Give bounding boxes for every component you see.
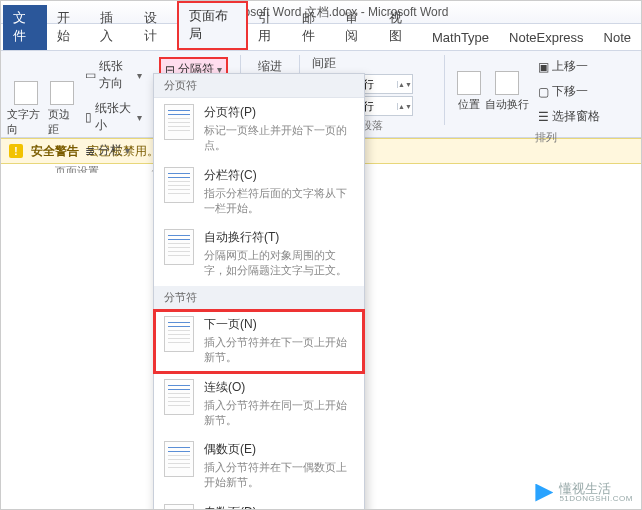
spinner-arrows-icon[interactable]: ▲▼ <box>397 103 412 110</box>
columns-icon: ≣ <box>85 144 95 158</box>
menu-item-odd-page[interactable]: 奇数页(D)插入分节符并在下一奇数页上开始新节。 <box>154 498 364 510</box>
breaks-dropdown-menu: 分页符 分页符(P)标记一页终止并开始下一页的点。 分栏符(C)指示分栏符后面的… <box>153 73 365 510</box>
wrap-icon <box>495 71 519 95</box>
spacing-label: 间距 <box>312 55 336 72</box>
menu-item-even-page[interactable]: 偶数页(E)插入分节符并在下一偶数页上开始新节。 <box>154 435 364 498</box>
orientation-icon: ▭ <box>85 68 96 82</box>
tab-mailings[interactable]: 邮件 <box>292 5 336 50</box>
send-backward-icon: ▢ <box>538 85 549 99</box>
chevron-down-icon: ▾ <box>137 70 142 81</box>
menu-item-title: 偶数页(E) <box>204 441 354 458</box>
page-break-icon <box>164 104 194 140</box>
menu-item-title: 下一页(N) <box>204 316 354 333</box>
ribbon-tabs: 文件 开始 插入 设计 页面布局 引用 邮件 审阅 视图 MathType No… <box>1 24 641 51</box>
tab-view[interactable]: 视图 <box>379 5 423 50</box>
menu-item-title: 自动换行符(T) <box>204 229 354 246</box>
menu-item-title: 分栏符(C) <box>204 167 354 184</box>
group-page-setup: 文字方向 页边距 ▭纸张方向▾ ▯纸张大小▾ ≣分栏▾ 页面设置 <box>7 55 147 179</box>
menu-section-header: 分节符 <box>154 286 364 310</box>
menu-item-desc: 插入分节符并在下一偶数页上开始新节。 <box>204 460 354 490</box>
position-icon <box>457 71 481 95</box>
spinner-arrows-icon[interactable]: ▲▼ <box>397 81 412 88</box>
wrap-button[interactable]: 自动换行 <box>485 71 529 112</box>
odd-page-icon <box>164 504 194 510</box>
bring-forward-icon: ▣ <box>538 60 549 74</box>
selection-pane-button[interactable]: ☰选择窗格 <box>533 105 605 128</box>
tab-file[interactable]: 文件 <box>3 5 47 50</box>
menu-item-continuous[interactable]: 连续(O)插入分节符并在同一页上开始新节。 <box>154 373 364 436</box>
bring-forward-button[interactable]: ▣上移一 <box>533 55 605 78</box>
group-arrange: 位置 自动换行 ▣上移一 ▢下移一 ☰选择窗格 排列 <box>457 55 635 145</box>
menu-item-page-break[interactable]: 分页符(P)标记一页终止并开始下一页的点。 <box>154 98 364 161</box>
separator <box>444 55 445 125</box>
menu-item-desc: 插入分节符并在下一页上开始新节。 <box>204 335 354 365</box>
margins-icon <box>50 81 74 105</box>
text-wrap-break-icon <box>164 229 194 265</box>
continuous-icon <box>164 379 194 415</box>
menu-item-desc: 分隔网页上的对象周围的文字，如分隔题注文字与正文。 <box>204 248 354 278</box>
menu-item-desc: 插入分节符并在同一页上开始新节。 <box>204 398 354 428</box>
tab-home[interactable]: 开始 <box>47 5 91 50</box>
tab-design[interactable]: 设计 <box>134 5 178 50</box>
send-backward-button[interactable]: ▢下移一 <box>533 80 605 103</box>
size-icon: ▯ <box>85 110 92 124</box>
menu-item-title: 奇数页(D) <box>204 504 354 510</box>
menu-section-header: 分页符 <box>154 74 364 98</box>
chevron-down-icon: ▾ <box>137 112 142 123</box>
tab-page-layout[interactable]: 页面布局 <box>177 1 248 50</box>
menu-item-next-page[interactable]: 下一页(N)插入分节符并在下一页上开始新节。 <box>154 310 364 373</box>
tab-review[interactable]: 审阅 <box>335 5 379 50</box>
menu-item-column-break[interactable]: 分栏符(C)指示分栏符后面的文字将从下一栏开始。 <box>154 161 364 224</box>
size-button[interactable]: ▯纸张大小▾ <box>80 97 147 137</box>
tab-references[interactable]: 引用 <box>248 5 292 50</box>
menu-item-title: 连续(O) <box>204 379 354 396</box>
tab-insert[interactable]: 插入 <box>90 5 134 50</box>
menu-item-text-wrap-break[interactable]: 自动换行符(T)分隔网页上的对象周围的文字，如分隔题注文字与正文。 <box>154 223 364 286</box>
menu-item-desc: 指示分栏符后面的文字将从下一栏开始。 <box>204 186 354 216</box>
tab-noteexpress[interactable]: NoteExpress <box>499 26 593 50</box>
chevron-down-icon: ▾ <box>125 145 130 156</box>
group-label: 排列 <box>457 130 635 145</box>
play-icon <box>535 484 553 502</box>
text-direction-icon <box>14 81 38 105</box>
menu-item-title: 分页符(P) <box>204 104 354 121</box>
even-page-icon <box>164 441 194 477</box>
menu-item-desc: 标记一页终止并开始下一页的点。 <box>204 123 354 153</box>
orientation-button[interactable]: ▭纸张方向▾ <box>80 55 147 95</box>
margins-button[interactable]: 页边距 <box>48 81 76 137</box>
next-page-icon <box>164 316 194 352</box>
column-break-icon <box>164 167 194 203</box>
tab-note[interactable]: Note <box>594 26 641 50</box>
watermark: 懂视生活 51DONGSHI.COM <box>535 482 633 503</box>
text-direction-button[interactable]: 文字方向 <box>7 81 44 137</box>
watermark-sub: 51DONGSHI.COM <box>559 495 633 503</box>
selection-pane-icon: ☰ <box>538 110 549 124</box>
columns-button[interactable]: ≣分栏▾ <box>80 139 147 162</box>
tab-mathtype[interactable]: MathType <box>422 26 499 50</box>
position-button[interactable]: 位置 <box>457 71 481 112</box>
